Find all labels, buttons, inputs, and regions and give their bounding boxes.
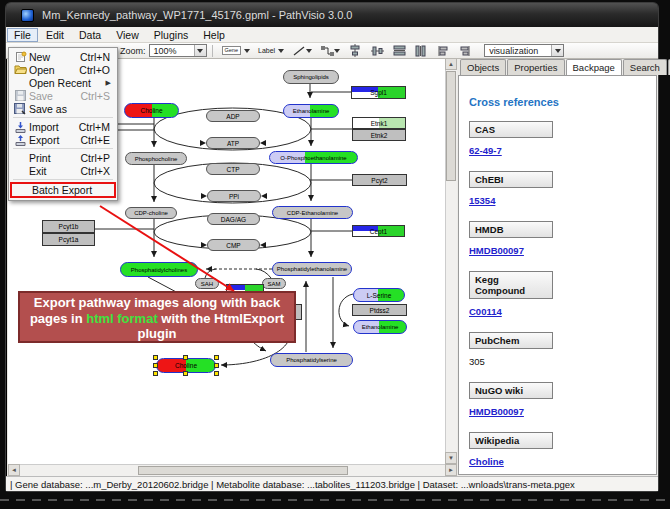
xref-link[interactable]: 15354 (469, 195, 495, 206)
xref-link[interactable]: HMDB00097 (469, 245, 524, 256)
pathway-node-pcyt1a[interactable]: Pcyt1a (42, 233, 95, 246)
pathway-node-sgpl1[interactable]: Sgpl1 (351, 86, 406, 99)
menu-help[interactable]: Help (196, 28, 232, 42)
visualization-combobox[interactable]: visualization (484, 44, 564, 57)
xref-link[interactable]: C00114 (469, 306, 502, 317)
menu-edit[interactable]: Edit (39, 28, 71, 42)
xref-value: 305 (469, 356, 485, 367)
pathway-node-ethanolamine-bottom[interactable]: Ethanolamine (353, 320, 407, 334)
xref-link[interactable]: HMDB00097 (469, 406, 524, 417)
pathway-node-pcyt1b[interactable]: Pcyt1b (42, 220, 95, 233)
datanode-tool-button[interactable]: Gene (220, 44, 252, 57)
file-menu-item-export[interactable]: ExportCtrl+E (9, 133, 117, 146)
pathway-node-label: O-Phosphoethanolamine (280, 155, 346, 161)
pathvisio-app-icon (21, 9, 34, 22)
file-menu-item-save-as[interactable]: Save as (9, 102, 117, 115)
align-left-button[interactable] (434, 44, 452, 57)
menu-item-label: Print (29, 152, 51, 164)
zoom-combobox[interactable]: 100% (149, 44, 207, 57)
selection-handle[interactable] (214, 363, 219, 368)
selection-handle[interactable] (153, 363, 158, 368)
menu-view[interactable]: View (109, 28, 146, 42)
pathway-node-choline-selected[interactable]: Choline (156, 358, 216, 373)
pathway-node-ethanolamine-top[interactable]: Ethanolamine (283, 104, 339, 118)
chevron-down-icon[interactable] (334, 49, 340, 53)
align-center-y-button[interactable] (368, 44, 386, 57)
pathway-node-l-serine[interactable]: L-Serine (353, 288, 405, 302)
file-menu-item-exit[interactable]: ExitCtrl+X (9, 164, 117, 177)
horizontal-scroll-thumb[interactable] (138, 466, 348, 475)
align-center-vertical-icon (370, 44, 384, 57)
pathway-node-label: Phosphatidylcholines (131, 267, 187, 273)
pathway-node-etnk1[interactable]: Etnk1 (352, 117, 406, 129)
pathway-node-ptdss2[interactable]: Ptdss2 (352, 304, 407, 316)
menu-data[interactable]: Data (72, 28, 108, 42)
file-menu-item-print[interactable]: PrintCtrl+P (9, 151, 117, 164)
selection-handle[interactable] (153, 355, 158, 360)
pathway-node-choline-top[interactable]: Choline (124, 103, 179, 118)
xref-link[interactable]: 62-49-7 (469, 145, 502, 156)
selection-handle[interactable] (183, 371, 188, 376)
menu-plugins[interactable]: Plugins (147, 28, 195, 42)
align-center-x-button[interactable] (346, 44, 364, 57)
pathway-node-phosphatidylethanolamine[interactable]: Phosphatidylethanolamine (272, 262, 352, 276)
pathway-node-sphingolipids[interactable]: Sphingolipids (283, 70, 339, 84)
pathway-node-etnk2[interactable]: Etnk2 (352, 129, 406, 141)
open-folder-icon (11, 64, 29, 75)
pathway-node-label: ATP (227, 140, 239, 147)
chevron-down-icon[interactable] (278, 49, 284, 53)
selection-handle[interactable] (183, 355, 188, 360)
chevron-down-icon[interactable] (244, 49, 250, 53)
vertical-scroll-thumb[interactable] (446, 71, 456, 181)
pathway-node-ctp[interactable]: CTP (206, 163, 260, 175)
selection-handle[interactable] (153, 371, 158, 376)
pathway-node-phosphocholine[interactable]: Phosphocholine (125, 152, 187, 165)
file-menu-item-batch-export[interactable]: Batch Export (10, 182, 116, 198)
selection-handle[interactable] (214, 355, 219, 360)
menu-item-label: Import (29, 121, 59, 133)
menu-file[interactable]: File (7, 28, 38, 42)
pathway-node-cdp-ethanolamine[interactable]: CDP-Ethanolamine (272, 206, 353, 219)
xref-link[interactable]: Choline (469, 456, 504, 467)
file-menu-item-new[interactable]: NewCtrl+N (9, 50, 117, 63)
tab-properties[interactable]: Properties (507, 59, 564, 75)
selection-handle[interactable] (214, 371, 219, 376)
pathway-node-pcyt2[interactable]: Pcyt2 (352, 174, 407, 186)
pathway-node-cept1[interactable]: Cept1 (352, 225, 405, 237)
pathway-node-label: Phosphatidylserine (286, 357, 337, 363)
pathway-node-sah[interactable]: SAH (195, 278, 219, 289)
visualization-dropdown-arrow-icon[interactable] (551, 45, 563, 56)
pathway-node-sam[interactable]: SAM (262, 278, 286, 289)
label-tool-button[interactable]: Label (256, 44, 286, 57)
tab-backpage[interactable]: Backpage (566, 59, 622, 76)
pathway-node-phosphatidylcholines[interactable]: Phosphatidylcholines (120, 262, 198, 277)
pathway-node-cdp-choline[interactable]: CDP-choline (125, 207, 177, 219)
tab-search[interactable]: Search (623, 59, 667, 75)
file-menu-item-save[interactable]: SaveCtrl+S (9, 89, 117, 102)
scroll-left-icon[interactable]: ◄ (8, 464, 20, 476)
canvas-horizontal-scrollbar[interactable]: ◄ ► (8, 464, 457, 476)
connector-tool-button[interactable] (318, 44, 342, 57)
file-menu-item-open[interactable]: OpenCtrl+O (9, 63, 117, 76)
distribute-horizontal-button[interactable] (390, 44, 408, 57)
menu-item-label: New (29, 51, 50, 63)
zoom-dropdown-arrow-icon[interactable] (194, 45, 206, 56)
pathway-node-atp[interactable]: ATP (206, 137, 260, 149)
pathway-node-o-phosphoethanolamine[interactable]: O-Phosphoethanolamine (269, 151, 358, 164)
tab-objects[interactable]: Objects (460, 59, 506, 75)
distribute-vertical-button[interactable] (412, 44, 430, 57)
file-menu-item-open-recent[interactable]: Open Recent▶ (9, 76, 117, 89)
pathway-node-adp[interactable]: ADP (206, 110, 260, 122)
scroll-down-icon[interactable]: ▼ (445, 452, 457, 464)
canvas-vertical-scrollbar[interactable]: ▲ ▼ (445, 58, 457, 464)
align-right-button[interactable] (456, 44, 474, 57)
pathway-node-dag[interactable]: DAG/AG (207, 213, 260, 225)
pathway-node-cmp[interactable]: CMP (207, 239, 260, 251)
scroll-up-icon[interactable]: ▲ (445, 58, 457, 70)
line-tool-button[interactable] (290, 44, 314, 57)
chevron-down-icon[interactable] (306, 49, 312, 53)
scroll-right-icon[interactable]: ► (445, 464, 457, 476)
pathway-node-ppi[interactable]: PPi (207, 190, 261, 202)
file-menu-item-import[interactable]: ImportCtrl+M (9, 120, 117, 133)
pathway-node-phosphatidylserine[interactable]: Phosphatidylserine (270, 353, 353, 367)
